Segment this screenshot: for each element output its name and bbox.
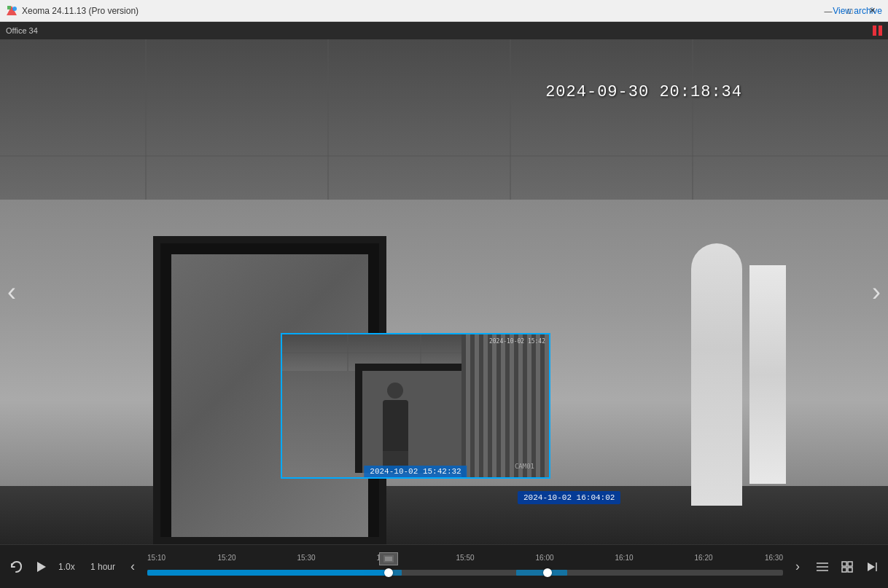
svg-rect-14: [385, 557, 392, 561]
preview-door: [355, 364, 472, 473]
timeline-playhead[interactable]: [384, 568, 393, 577]
video-area: 2024-09-30 20:18:34 ‹ ›: [0, 39, 888, 544]
pause-icon-bar1: [873, 26, 876, 36]
controls-bar: 1.0x 1 hour ‹ 15:10 15:20 15:30 15:40 15…: [0, 544, 888, 588]
list-view-button[interactable]: [812, 557, 833, 577]
time-label-1: 15:20: [218, 554, 236, 562]
playback-speed: 1.0x: [58, 562, 80, 572]
time-label-2: 15:30: [297, 554, 316, 562]
app-logo-icon: [6, 5, 17, 17]
event-segment-1: [364, 570, 402, 576]
timeline-thumbnail-preview[interactable]: [379, 552, 398, 565]
nav-next-button[interactable]: ›: [872, 277, 881, 307]
thumbnail-icon: [383, 555, 394, 562]
camera-label: Office 34: [6, 26, 38, 35]
play-button[interactable]: [31, 557, 51, 577]
pause-button[interactable]: [873, 26, 882, 36]
event-segment-2: [516, 570, 567, 576]
preview-person: [377, 383, 413, 470]
time-label-0: 15:10: [147, 554, 165, 562]
skip-to-end-button[interactable]: [862, 557, 882, 577]
floor: [0, 486, 888, 544]
timeline-tooltip: 2024-10-02 16:04:02: [518, 491, 620, 504]
grid-view-button[interactable]: [837, 557, 857, 577]
ceiling: [0, 39, 888, 200]
interval-label: 1 hour: [90, 562, 115, 572]
camera-timestamp: 2024-09-30 20:18:34: [545, 83, 742, 101]
preview-person-body: [383, 400, 408, 451]
svg-rect-18: [842, 562, 846, 566]
nav-prev-button[interactable]: ‹: [7, 277, 16, 307]
preview-timestamp: 2024-10-02 15:42:32: [364, 466, 467, 477]
camera-bar: Office 34: [0, 22, 888, 39]
svg-marker-12: [37, 562, 46, 572]
timeline-marker-2[interactable]: [543, 568, 552, 577]
pause-icon-bar2: [879, 26, 882, 36]
right-panel-2: [749, 265, 786, 484]
maximize-button[interactable]: □: [840, 3, 860, 19]
titlebar: Xeoma 24.11.13 (Pro version) View archiv…: [0, 0, 888, 22]
preview-camera-label: CAM01: [515, 463, 534, 470]
timeline-nav-left[interactable]: ‹: [122, 557, 143, 577]
preview-popup: 2024-10-02 15:42:32 CAM01 2024-10-02 15:…: [281, 333, 550, 479]
svg-rect-20: [842, 568, 846, 572]
minimize-button[interactable]: —: [818, 3, 838, 19]
svg-marker-22: [868, 562, 875, 571]
timeline-container[interactable]: 15:10 15:20 15:30 15:40 15:50 16:00 16:1…: [147, 552, 783, 581]
window-controls: — □ ✕: [818, 3, 882, 19]
timeline-labels: 15:10 15:20 15:30 15:40 15:50 16:00 16:1…: [147, 554, 783, 565]
preview-stripe-texture: [461, 334, 549, 477]
time-label-7: 16:20: [694, 554, 712, 562]
timeline-nav-right[interactable]: ›: [787, 557, 808, 577]
preview-person-head: [387, 383, 403, 399]
svg-rect-21: [848, 568, 852, 572]
app-title: Xeoma 24.11.13 (Pro version): [22, 6, 825, 16]
timeline-track[interactable]: [147, 570, 783, 576]
preview-inner: 2024-10-02 15:42:32 CAM01 2024-10-02 15:…: [282, 334, 549, 477]
ceiling-tiles-svg: [0, 39, 888, 200]
undo-button[interactable]: [6, 557, 26, 577]
right-panel: [691, 243, 742, 506]
preview-top-timestamp: 2024-10-02 15:42: [489, 338, 545, 345]
timeline-progress: [147, 570, 389, 576]
time-label-8: 16:30: [765, 554, 783, 562]
time-label-6: 16:10: [615, 554, 633, 562]
close-button[interactable]: ✕: [862, 3, 882, 19]
svg-rect-19: [848, 562, 852, 566]
time-label-5: 16:00: [535, 554, 553, 562]
svg-point-2: [12, 7, 17, 11]
time-label-4: 15:50: [456, 554, 475, 562]
svg-rect-1: [7, 6, 11, 9]
